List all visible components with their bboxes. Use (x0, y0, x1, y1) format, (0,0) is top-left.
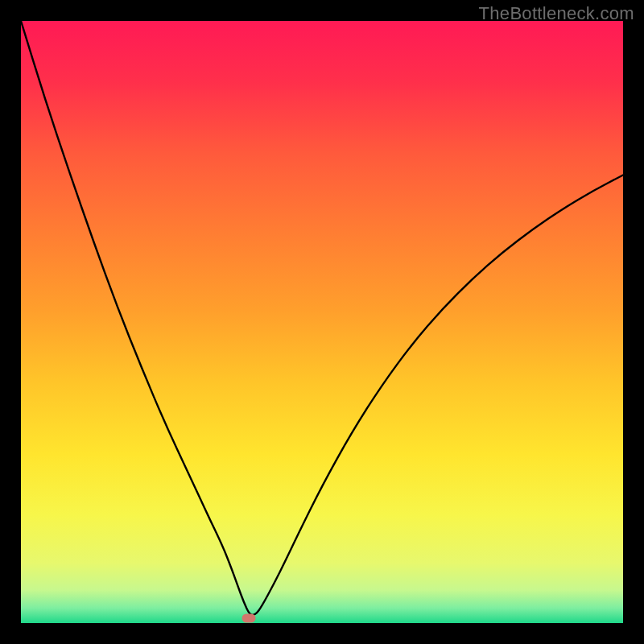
optimal-point-marker (242, 614, 255, 623)
watermark-text: TheBottleneck.com (479, 3, 634, 24)
plot-area (21, 21, 623, 623)
chart-frame: TheBottleneck.com (0, 0, 644, 644)
gradient-background (21, 21, 623, 623)
plot-svg (21, 21, 623, 623)
